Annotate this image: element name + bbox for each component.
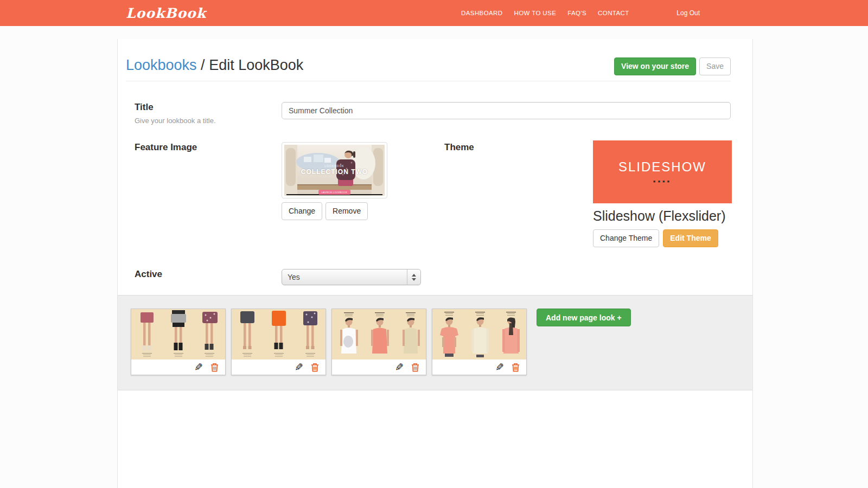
- page-look-card-2[interactable]: ✎: [231, 309, 326, 375]
- view-on-store-button[interactable]: View on your store: [614, 57, 696, 75]
- look-2-image: [232, 309, 326, 359]
- top-bar: LookBook DASHBOARD HOW TO USE FAQ'S CONT…: [0, 0, 868, 26]
- header-divider: [126, 81, 731, 81]
- save-button[interactable]: Save: [699, 57, 731, 75]
- theme-actions: Change Theme Edit Theme: [593, 229, 732, 247]
- feature-image-col: LOOKBOOK COLLECTION TWO LAUNCH LOOKBOOK …: [282, 142, 444, 220]
- active-label-col: Active: [135, 269, 282, 280]
- title-label: Title: [135, 102, 282, 113]
- look-4-image: [432, 309, 526, 359]
- theme-col: SLIDESHOW ▪▪▪▪ Slideshow (Flexslider) Ch…: [593, 140, 732, 247]
- delete-look-icon[interactable]: [311, 363, 319, 372]
- feature-image-thumbnail[interactable]: LOOKBOOK COLLECTION TWO LAUNCH LOOKBOOK: [282, 142, 387, 198]
- remove-image-button[interactable]: Remove: [326, 202, 368, 220]
- main-content-panel: Lookbooks / Edit LookBook View on your s…: [117, 39, 753, 488]
- arrow-down-icon: [412, 278, 416, 281]
- title-input[interactable]: [282, 102, 731, 119]
- select-stepper-icon: [407, 269, 420, 285]
- edit-look-icon[interactable]: ✎: [295, 362, 303, 373]
- arrow-up-icon: [412, 274, 416, 277]
- feature-overlay-title: COLLECTION TWO: [284, 168, 385, 176]
- feature-image-label-col: Feature Image: [135, 142, 282, 153]
- nav-dashboard[interactable]: DASHBOARD: [461, 10, 502, 16]
- look-1-actions: ✎: [131, 359, 225, 375]
- theme-label: Theme: [444, 142, 593, 153]
- page-header: Lookbooks / Edit LookBook View on your s…: [118, 39, 752, 75]
- active-select[interactable]: Yes: [282, 269, 421, 285]
- page-look-card-4[interactable]: ✎: [432, 309, 527, 375]
- change-theme-button[interactable]: Change Theme: [593, 229, 659, 247]
- theme-preview-title: SLIDESHOW: [618, 159, 706, 175]
- active-select-value: Yes: [282, 269, 407, 285]
- look-4-actions: ✎: [432, 359, 526, 375]
- feature-overlay-launch-badge: LAUNCH LOOKBOOK: [318, 190, 351, 195]
- logout-link[interactable]: Log Out: [676, 9, 700, 17]
- brand-logo[interactable]: LookBook: [126, 5, 206, 21]
- feature-image-label: Feature Image: [135, 142, 282, 153]
- title-row: Title Give your lookbook a title.: [135, 102, 731, 125]
- change-image-button[interactable]: Change: [282, 202, 322, 220]
- nav-how-to-use[interactable]: HOW TO USE: [514, 10, 557, 16]
- title-hint: Give your lookbook a title.: [135, 117, 282, 125]
- delete-look-icon[interactable]: [512, 363, 520, 372]
- nav-contact[interactable]: CONTACT: [598, 10, 629, 16]
- main-nav: DASHBOARD HOW TO USE FAQ'S CONTACT: [461, 10, 629, 16]
- look-3-actions: ✎: [332, 359, 426, 375]
- feature-theme-row: Feature Image: [135, 142, 731, 247]
- header-actions: View on your store Save: [614, 57, 731, 75]
- page-look-card-3[interactable]: ✎: [331, 309, 426, 375]
- feature-image-actions: Change Remove: [282, 202, 444, 220]
- theme-preview[interactable]: SLIDESHOW ▪▪▪▪: [593, 140, 732, 203]
- edit-theme-button[interactable]: Edit Theme: [663, 229, 718, 247]
- look-3-image: [332, 309, 426, 359]
- feature-image-photo: LOOKBOOK COLLECTION TWO LAUNCH LOOKBOOK: [284, 145, 385, 196]
- page-look-card-1[interactable]: ✎: [131, 309, 226, 375]
- active-label: Active: [135, 269, 282, 280]
- look-2-actions: ✎: [232, 359, 326, 375]
- page-title: Edit LookBook: [209, 57, 303, 73]
- edit-look-icon[interactable]: ✎: [395, 362, 404, 373]
- theme-name: Slideshow (Flexslider): [593, 208, 732, 224]
- edit-look-icon[interactable]: ✎: [194, 362, 203, 373]
- edit-look-icon[interactable]: ✎: [495, 362, 504, 373]
- slideshow-dots-icon: ▪▪▪▪: [653, 179, 672, 184]
- active-row: Active Yes: [135, 269, 731, 285]
- lookbook-form: Title Give your lookbook a title. Featur…: [118, 102, 752, 285]
- breadcrumb-separator: /: [197, 57, 209, 73]
- add-new-page-look-button[interactable]: Add new page look +: [537, 309, 631, 326]
- delete-look-icon[interactable]: [411, 363, 419, 372]
- look-1-image: [131, 309, 225, 359]
- title-label-col: Title Give your lookbook a title.: [135, 102, 282, 125]
- nav-faqs[interactable]: FAQ'S: [567, 10, 586, 16]
- breadcrumb: Lookbooks / Edit LookBook: [126, 57, 303, 74]
- feature-overlay-small-text: LOOKBOOK: [284, 164, 385, 168]
- delete-look-icon[interactable]: [210, 363, 219, 372]
- theme-label-col: Theme: [444, 142, 593, 153]
- page-looks-band: ✎: [118, 295, 752, 390]
- breadcrumb-lookbooks-link[interactable]: Lookbooks: [126, 57, 197, 73]
